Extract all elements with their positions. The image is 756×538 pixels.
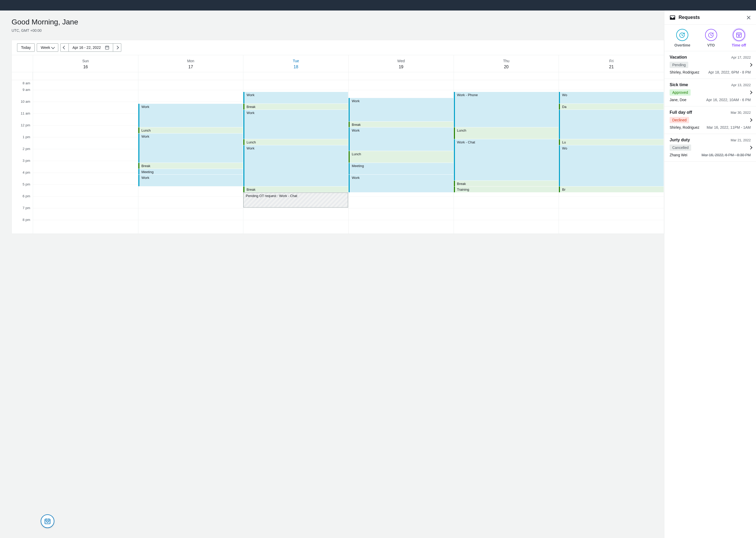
calendar-event[interactable]: Work [349, 128, 453, 151]
chevron-down-icon [51, 45, 55, 49]
request-title: Vacation [670, 55, 687, 60]
calendar-event[interactable]: Lu [559, 139, 664, 145]
day-name: Wed [349, 59, 453, 63]
request-type-tabs: OvertimeVTOTime off [664, 25, 756, 51]
calendar-event[interactable]: Lunch [454, 128, 559, 139]
calendar-event[interactable]: Work [243, 110, 348, 139]
hour-label: 9 am [12, 88, 33, 100]
calendar-event[interactable] [559, 110, 664, 139]
status-badge: Pending [670, 62, 688, 68]
day-header-thu[interactable]: Thu20 [453, 55, 559, 72]
request-list: VacationApr 17, 2022PendingShirley, Rodr… [664, 51, 756, 162]
calendar-event[interactable]: Lunch [349, 151, 453, 163]
date-range-display[interactable]: Apr 16 - 22, 2022 [69, 43, 113, 52]
chevron-right-icon [749, 63, 752, 67]
day-header-tue[interactable]: Tue18 [243, 55, 348, 72]
request-tab-label: Overtime [674, 43, 690, 47]
calendar-event[interactable]: Break [243, 187, 348, 192]
view-selector-label: Week [41, 45, 50, 50]
date-range-text: Apr 16 - 22, 2022 [72, 45, 103, 50]
calendar-event[interactable]: Break [454, 181, 559, 187]
prev-button[interactable] [60, 43, 69, 52]
request-item[interactable]: VacationApr 17, 2022PendingShirley, Rodr… [664, 51, 756, 79]
day-column-tue: WorkBreakWorkLunchWorkBreakPending OT re… [243, 80, 348, 234]
day-name: Sun [33, 59, 138, 63]
day-header-wed[interactable]: Wed19 [348, 55, 453, 72]
hour-label: 6 pm [12, 194, 33, 206]
day-header-mon[interactable]: Mon17 [138, 55, 243, 72]
day-number: 17 [138, 65, 243, 69]
calendar-event[interactable]: Work [138, 104, 243, 127]
calendar-event[interactable]: Wo [559, 92, 664, 103]
calendar-event[interactable]: Break [349, 122, 453, 128]
hour-label: 10 am [12, 100, 33, 111]
chevron-left-icon [63, 46, 67, 49]
request-date: Apr 17, 2022 [731, 55, 751, 59]
close-icon [746, 16, 751, 20]
request-title: Sick time [670, 82, 688, 87]
day-column-fri: WoDaLuWoBr [559, 80, 664, 234]
calendar-event[interactable]: Lunch [243, 139, 348, 145]
calendar-event[interactable]: Break [243, 104, 348, 110]
chevron-right-icon [749, 118, 752, 123]
calendar-event[interactable]: Da [559, 104, 664, 110]
calendar-event[interactable]: Pending OT request : Work - Chat [243, 192, 348, 208]
calendar-event[interactable]: Work - Chat [454, 139, 559, 181]
request-date: Mar 21, 2022 [731, 138, 751, 142]
request-tab-time-off[interactable]: Time off [732, 29, 746, 47]
request-tab-overtime[interactable]: Overtime [674, 29, 690, 47]
request-title: Jurty duty [670, 138, 690, 142]
panel-title: Requests [679, 15, 743, 20]
request-person: Shirley, Rodriguez [670, 70, 699, 74]
request-time: Mar 16, 2022, 11PM - 1AM [707, 125, 751, 130]
hour-label: 5 pm [12, 182, 33, 194]
calendar-event[interactable]: Work [138, 175, 243, 186]
calendar-event[interactable]: Meeting [349, 163, 453, 175]
calendar-event[interactable]: Work [243, 92, 348, 103]
request-title: Full day off [670, 110, 692, 115]
day-column-mon: WorkLunchWorkBreakMeetingWork [138, 80, 243, 234]
hour-label: 1 pm [12, 135, 33, 147]
request-tab-label: VTO [707, 43, 715, 47]
request-item[interactable]: Full day offMar 30, 2022DeclinedShirley,… [664, 106, 756, 134]
calendar-event[interactable]: Work [243, 145, 348, 187]
calendar-event[interactable]: Lunch [138, 128, 243, 133]
request-date: Mar 30, 2022 [731, 111, 751, 115]
request-time: Apr 18, 2022, 6PM - 8 PM [708, 70, 751, 74]
calendar-grid: 8 am9 am10 am11 am12 pm1 pm2 pm3 pm4 pm5… [12, 80, 664, 234]
status-badge: Declined [670, 117, 689, 123]
hour-label: 3 pm [12, 159, 33, 171]
day-header-sun[interactable]: Sun16 [33, 55, 138, 72]
request-tab-label: Time off [732, 43, 746, 47]
floating-action-button[interactable] [41, 514, 54, 528]
request-person: Zhang Wei [670, 153, 687, 157]
calendar-event[interactable]: Work [349, 98, 453, 121]
day-number: 16 [33, 65, 138, 69]
calendar-icon [105, 45, 109, 50]
calendar-event[interactable]: Break [138, 163, 243, 169]
request-item[interactable]: Sick timeApr 13, 2022ApprovedJane, DoeAp… [664, 79, 756, 106]
calendar-event[interactable]: Meeting [138, 169, 243, 175]
inbox-icon [670, 15, 676, 20]
day-name: Tue [243, 59, 348, 63]
calendar-event[interactable]: Work [349, 175, 453, 192]
day-number: 20 [454, 65, 559, 69]
calendar-event[interactable]: Training [454, 187, 559, 192]
view-selector[interactable]: Week [37, 43, 58, 52]
timezone-label: UTC, GMT +00:00 [12, 28, 664, 32]
calendar-event[interactable]: Work [138, 134, 243, 163]
calendar-event[interactable]: Wo [559, 145, 664, 187]
request-item[interactable]: Jurty dutyMar 21, 2022CancelledZhang Wei… [664, 134, 756, 162]
today-button[interactable]: Today [17, 43, 35, 52]
day-header-fri[interactable]: Fri21 [559, 55, 664, 72]
chevron-right-icon [749, 90, 752, 95]
request-tab-vto[interactable]: VTO [705, 29, 717, 47]
next-button[interactable] [113, 43, 121, 52]
day-number: 21 [559, 65, 664, 69]
calendar-event[interactable]: Work - Phone [454, 92, 559, 127]
chevron-right-icon [749, 145, 752, 150]
calendar-event[interactable]: Br [559, 187, 664, 192]
close-button[interactable] [746, 16, 751, 20]
day-column-thu: Work - PhoneLunchWork - ChatBreakTrainin… [453, 80, 559, 234]
day-column-sun [33, 80, 138, 234]
